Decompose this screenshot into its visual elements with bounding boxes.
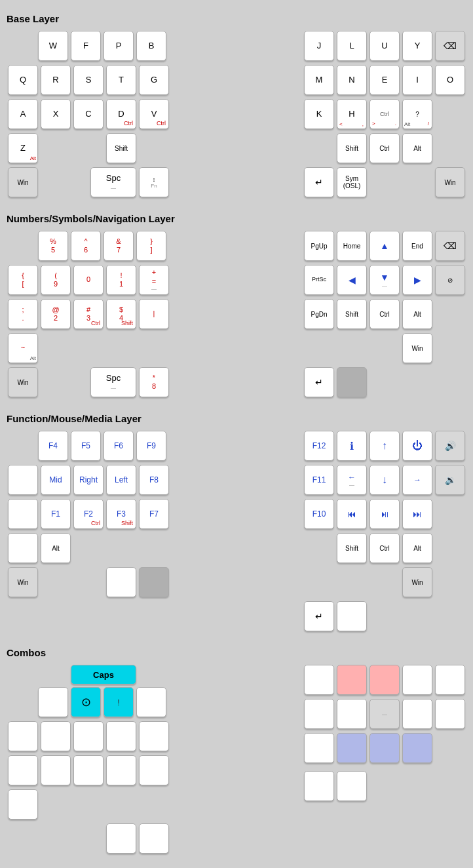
key-a: A	[8, 99, 38, 129]
key-w: W	[38, 31, 68, 61]
numbers-right: PgUp Home ▲ End ⌫ PrtSc ◀ ▼— ▶ ⊘ PgDn Sh…	[303, 229, 466, 400]
combo-thumb-l2	[139, 823, 169, 854]
key-mid: Mid	[41, 465, 71, 495]
function-layer-title: Function/Mouse/Media Layer	[7, 413, 466, 424]
combos-title: Combos	[7, 647, 466, 658]
key-z: ZAlt	[8, 133, 38, 163]
key-n: N	[337, 65, 367, 95]
key-f5: F5	[71, 431, 101, 461]
key-shift-l: Shift	[106, 133, 136, 163]
key-o: O	[435, 65, 465, 95]
key-plus-eq: +=—	[139, 265, 169, 295]
combo-bspc	[435, 665, 465, 695]
key-paren9: (9	[41, 265, 71, 295]
numbers-keyboards: %5 ^6 &7 }] {[ (9 0 !1 +=— ;. @2 #3Ctrl …	[7, 229, 466, 400]
key-media-play: ⏻	[402, 431, 432, 461]
numbers-layer-title: Numbers/Symbols/Navigation Layer	[7, 213, 466, 224]
key-f9: F9	[136, 431, 166, 461]
combo-n	[337, 699, 367, 729]
key-dot: ?/Alt	[402, 99, 432, 129]
key-f4: F4	[38, 431, 68, 461]
key-caret6: ^6	[71, 231, 101, 261]
key-f2: F2Ctrl	[73, 499, 104, 529]
key-thumb-fr2	[337, 601, 367, 631]
key-m: M	[304, 65, 334, 95]
key-u: U	[369, 31, 400, 61]
key-j: J	[304, 31, 334, 61]
key-media-prev: ⏮	[337, 499, 367, 529]
numbers-layer-section: Numbers/Symbols/Navigation Layer %5 ^6 &…	[7, 213, 466, 400]
combo-enter-r	[304, 771, 334, 801]
key-up-arr: ▲	[369, 231, 400, 261]
key-comma: >.Ctrl	[369, 99, 400, 129]
key-s: S	[73, 65, 104, 95]
combo-t	[106, 721, 136, 751]
key-ctrl-fr: Ctrl	[369, 533, 400, 563]
function-right: F12 ℹ ↑ ⏻ 🔊 F11 ←— ↓ → 🔉 F10 ⏮ ⏯ ⏭	[303, 429, 466, 634]
key-home: Home	[337, 231, 367, 261]
key-empty-fl3	[8, 533, 38, 563]
key-amp7: &7	[104, 231, 134, 261]
key-vol-dn: 🔉	[435, 465, 465, 495]
key-shift-fr: Shift	[337, 533, 367, 563]
function-keyboards: F4 F5 F6 F9 Mid Right Left F8 F1 F2Ctrl …	[7, 429, 466, 634]
key-alt-fl: Alt	[41, 533, 71, 563]
key-win-num-l: Win	[8, 367, 38, 397]
key-sym: Sym(OSL)	[337, 167, 367, 197]
key-spc: Spc—	[90, 167, 136, 197]
key-bspc-r: ⌫	[435, 31, 465, 61]
key-q: Q	[8, 65, 38, 95]
key-star8: *8	[139, 367, 169, 397]
key-d: DCtrl	[106, 99, 136, 129]
key-r: R	[41, 65, 71, 95]
key-spc-num: Spc—	[90, 367, 136, 397]
key-bspc-nav: ⌫	[435, 231, 465, 261]
combo-x	[41, 755, 71, 785]
key-b: B	[136, 31, 166, 61]
key-enter-r: ↵	[304, 167, 334, 197]
base-layer-title: Base Layer	[7, 13, 466, 24]
key-0: 0	[73, 265, 104, 295]
key-left-mouse: Left	[106, 465, 136, 495]
key-empty-fl2	[8, 499, 38, 529]
key-f1: F1	[41, 499, 71, 529]
key-f: F	[71, 31, 101, 61]
key-v: VCtrl	[139, 99, 169, 129]
combo-comma-blue	[369, 733, 400, 763]
function-left: F4 F5 F6 F9 Mid Right Left F8 F1 F2Ctrl …	[7, 429, 170, 600]
base-left: W F P B Q R S T G A X C DCtrl VCtrl	[7, 30, 170, 200]
combo-p-caps: !	[104, 687, 134, 717]
key-k: K	[304, 99, 334, 129]
combo-l-pink	[337, 665, 367, 695]
combo-thumb-l	[106, 823, 136, 854]
combo-i	[402, 699, 432, 729]
combo-b	[136, 687, 166, 717]
key-h: H<,	[337, 99, 367, 129]
key-right-mouse: Right	[73, 465, 104, 495]
key-win-nav-r: Win	[402, 333, 432, 363]
combo-dot-blue	[402, 733, 432, 763]
key-f6: F6	[104, 431, 134, 461]
key-hash3: #3Ctrl	[73, 299, 104, 329]
key-thumb-fl-l	[106, 567, 136, 597]
key-thumb-fl-r	[139, 567, 169, 597]
key-vol-mid: ℹ	[337, 431, 367, 461]
combo-c	[73, 755, 104, 785]
numbers-left: %5 ^6 &7 }] {[ (9 0 !1 +=— ;. @2 #3Ctrl …	[7, 229, 170, 400]
key-at2: @2	[41, 299, 71, 329]
key-excl1: !1	[106, 265, 136, 295]
key-scroll-up: ↑	[369, 431, 400, 461]
key-c: C	[73, 99, 104, 129]
combo-y	[402, 665, 432, 695]
key-braces: }]	[136, 231, 166, 261]
key-f7: F7	[139, 499, 169, 529]
combo-m	[304, 699, 334, 729]
combo-o	[435, 699, 465, 729]
combo-q	[8, 721, 38, 751]
combo-w	[38, 687, 68, 717]
combo-v	[139, 755, 169, 785]
key-shift-nav: Shift	[337, 299, 367, 329]
key-colon: ;.	[8, 299, 38, 329]
combo-k	[304, 733, 334, 763]
key-win-fr: Win	[402, 567, 432, 597]
